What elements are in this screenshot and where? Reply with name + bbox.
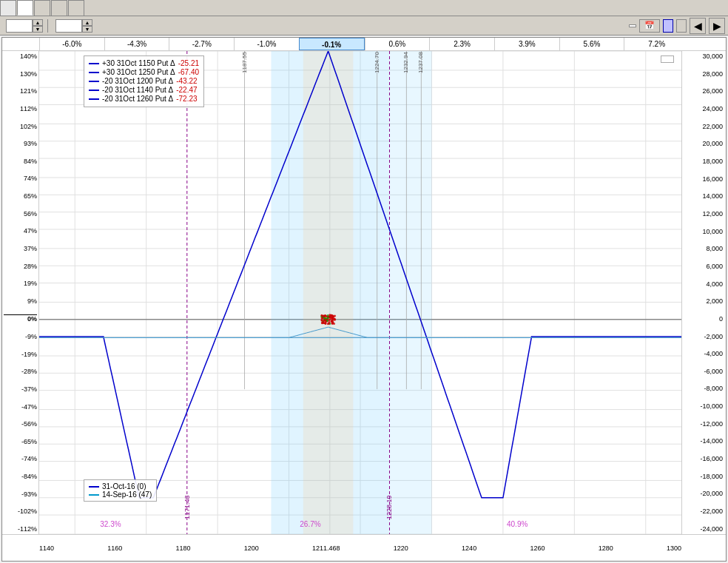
- svg-rect-40: [303, 51, 354, 534]
- legend-value: -25.21: [178, 59, 199, 67]
- svg-text:1232.94: 1232.94: [402, 52, 409, 73]
- vol-adjust-input[interactable]: ▲ ▼: [6, 19, 43, 33]
- y-left-label: 19%: [4, 280, 37, 287]
- y-right-label: 4,000: [685, 280, 723, 288]
- y-right-label: 2,000: [685, 297, 723, 305]
- x-top-label: 7.2%: [624, 38, 689, 50]
- chart-area[interactable]: 1171.431228.191187.551232.941224.701237.…: [39, 51, 681, 534]
- ln-btn[interactable]: [676, 19, 687, 33]
- y-left-label: 47%: [4, 227, 37, 235]
- back-btn[interactable]: ◀: [690, 18, 706, 34]
- y-left-label: 37%: [4, 245, 37, 252]
- legend-item: +30 31Oct 1150 Put Δ-25.21: [89, 59, 199, 67]
- svg-point-118: [324, 317, 326, 320]
- y-left-label: -84%: [4, 473, 37, 480]
- y-left-label: -56%: [4, 420, 37, 428]
- svg-point-127: [321, 321, 323, 323]
- vol-adjust-field[interactable]: [6, 19, 33, 33]
- bl-color: [89, 494, 99, 496]
- x-bottom-label: 1280: [599, 545, 613, 552]
- x-bottom-label: 1140: [39, 545, 54, 552]
- y-right-label: -16,000: [685, 455, 723, 462]
- x-bottom-label: 1300: [667, 545, 681, 552]
- theo-down-btn[interactable]: ▼: [82, 26, 92, 33]
- legend-item: +30 31Oct 1250 Put Δ-67.40: [89, 68, 199, 76]
- calendar-icon-btn[interactable]: 📅: [639, 19, 660, 33]
- theo-price-spinner[interactable]: ▲ ▼: [82, 19, 92, 33]
- legend-color: [89, 81, 99, 82]
- x-top-label: 2.3%: [429, 38, 494, 50]
- vol-up-btn[interactable]: ▲: [33, 19, 43, 26]
- y-left-label: 102%: [4, 123, 37, 130]
- svg-point-132: [329, 314, 331, 317]
- y-right-label: 8,000: [685, 245, 723, 252]
- y-right-label: -20,000: [685, 490, 723, 497]
- y-left-label: -28%: [4, 368, 37, 375]
- y-left-label: 28%: [4, 263, 37, 270]
- legend-color: [89, 72, 99, 73]
- x-bottom-label: 1260: [530, 545, 545, 552]
- vol-adjust-spinner[interactable]: ▲ ▼: [33, 19, 43, 33]
- y-right-label: 12,000: [685, 210, 723, 218]
- tab-volatility[interactable]: [51, 0, 67, 16]
- chart-body: 140%130%121%112%102%93%84%74%65%56%47%37…: [2, 51, 726, 534]
- bottom-legend-item: 31-Oct-16 (0): [89, 482, 152, 490]
- svg-point-130: [332, 315, 334, 317]
- x-top-label: -0.1%: [299, 38, 365, 50]
- y-right-label: -22,000: [685, 508, 723, 515]
- vol-down-btn[interactable]: ▼: [33, 26, 43, 33]
- y-left-label: -102%: [4, 508, 37, 515]
- y-right-label: 22,000: [685, 123, 723, 130]
- legend-text: -20 31Oct 1140 Put Δ: [102, 86, 173, 94]
- x-bottom-label: 1180: [176, 545, 191, 552]
- y-left-label: -9%: [4, 333, 37, 340]
- svg-text:1224.70: 1224.70: [374, 52, 380, 73]
- sep1: [47, 19, 48, 33]
- tab-risk-profile[interactable]: [0, 0, 16, 16]
- legend-value: -72.23: [176, 95, 197, 103]
- svg-point-116: [331, 320, 334, 322]
- forward-btn[interactable]: ▶: [709, 18, 725, 34]
- toolbar: ▲ ▼ ▲ ▼ 📅 ◀ ▶: [0, 16, 728, 36]
- y-left-label: 56%: [4, 210, 37, 218]
- y-left-label: 0%: [4, 314, 37, 323]
- y-right-label: 18,000: [685, 158, 723, 165]
- y-right-label: 30,000: [685, 53, 723, 60]
- y-right-label: -12,000: [685, 420, 723, 428]
- svg-point-124: [321, 317, 323, 319]
- svg-text:32.3%: 32.3%: [100, 520, 121, 528]
- y-right-label: -10,000: [685, 402, 723, 410]
- legend-box: +30 31Oct 1150 Put Δ-25.21+30 31Oct 1250…: [84, 55, 204, 107]
- bl-text: 31-Oct-16 (0): [102, 482, 146, 490]
- x-bottom-label: 1240: [462, 545, 476, 552]
- x-top-label: -6.0%: [39, 38, 104, 50]
- y-left-label: -19%: [4, 351, 37, 358]
- tab-price-chart[interactable]: [17, 0, 33, 16]
- theo-price-field[interactable]: [55, 19, 82, 33]
- y-right-label: 24,000: [685, 105, 723, 112]
- t0-btn[interactable]: [663, 19, 673, 33]
- svg-text:1228.19: 1228.19: [385, 495, 393, 519]
- y-left-label: 9%: [4, 297, 37, 305]
- tab-statistics[interactable]: [68, 0, 84, 16]
- svg-point-86: [320, 314, 323, 317]
- y-right-label: -2,000: [685, 333, 723, 340]
- theo-price-input[interactable]: ▲ ▼: [55, 19, 92, 33]
- y-right-label: 16,000: [685, 175, 723, 183]
- legend-value: -43.22: [176, 77, 197, 85]
- legend-value: -67.40: [178, 68, 199, 76]
- y-axis-right: 30,00028,00026,00024,00022,00020,00018,0…: [681, 51, 726, 534]
- tab-movement-analysis[interactable]: [34, 0, 50, 16]
- x-bottom-label: 1200: [244, 545, 259, 552]
- bottom-legend-item: 14-Sep-16 (47): [89, 490, 152, 499]
- legend-item: -20 31Oct 1140 Put Δ-22.47: [89, 86, 199, 94]
- svg-point-133: [321, 320, 323, 322]
- y-right-label: -14,000: [685, 437, 723, 445]
- svg-point-123: [327, 317, 329, 319]
- legend-text: +30 31Oct 1250 Put Δ: [102, 68, 175, 76]
- legend-text: -20 31Oct 1200 Put Δ: [102, 77, 173, 85]
- legend-color: [89, 63, 99, 64]
- bl-color: [89, 486, 99, 488]
- theo-up-btn[interactable]: ▲: [82, 19, 92, 26]
- y-left-label: -37%: [4, 385, 37, 393]
